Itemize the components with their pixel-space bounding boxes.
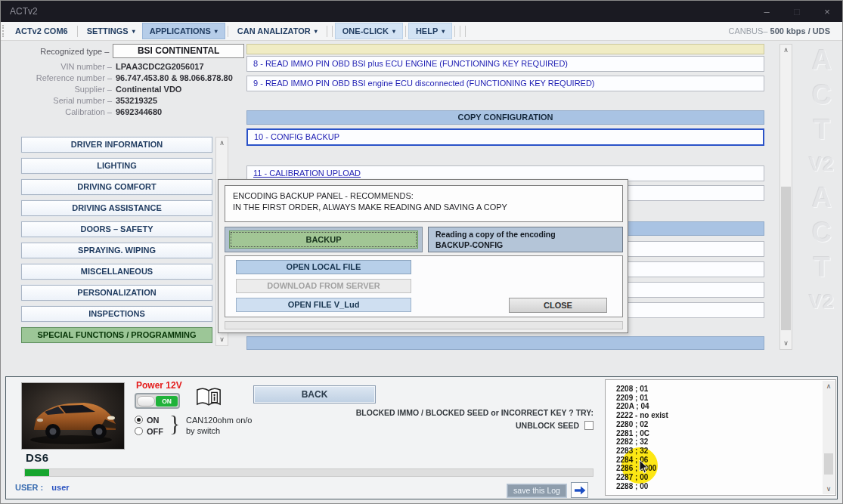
radio-on-row[interactable]: ON xyxy=(135,414,163,425)
scroll-up-icon[interactable]: ∧ xyxy=(780,45,792,56)
window-controls: – □ × xyxy=(752,1,842,22)
unblock-seed-row: UNBLOCK SEED xyxy=(516,421,594,430)
scroll-down-icon[interactable]: ∨ xyxy=(780,338,792,349)
progress-fill xyxy=(25,469,49,476)
right-arrow-icon xyxy=(574,486,586,495)
radio-off-button[interactable] xyxy=(135,427,143,435)
section-header xyxy=(246,336,764,350)
scroll-down-icon[interactable]: ∨ xyxy=(216,334,228,345)
menu-separator xyxy=(332,26,333,37)
reference-row: Reference number – 96.747.453.80 & 98.06… xyxy=(1,73,244,83)
scroll-down-icon[interactable]: ∨ xyxy=(823,484,835,494)
menu-separator xyxy=(77,26,78,37)
close-button[interactable]: × xyxy=(812,1,842,22)
sidebar-item-lighting[interactable]: LIGHTING xyxy=(21,158,212,174)
menu-separator xyxy=(454,26,455,37)
canbus-status: CANBUS– 500 kbps / UDS xyxy=(728,26,842,36)
user-status: USER : user xyxy=(15,483,70,492)
open-file-vlud-button[interactable]: OPEN FILE V_Lud xyxy=(236,298,411,312)
bottom-panel: Power 12V ON ON OFF } xyxy=(5,376,838,499)
menu-item-actv2-com6[interactable]: ACTv2 COM6 xyxy=(8,23,75,39)
menu-bar: ACTv2 COM6 SETTINGS▾ APPLICATIONS▾ CAN A… xyxy=(1,22,842,41)
back-button[interactable]: BACK xyxy=(253,385,376,404)
mouse-cursor xyxy=(639,459,649,477)
log-scrollbar[interactable]: ∧ ∨ xyxy=(823,381,835,494)
list-item-partial[interactable] xyxy=(246,44,764,54)
supplier-row: Supplier – Continental VDO xyxy=(1,84,244,94)
chevron-down-icon: ▾ xyxy=(215,28,218,35)
vehicle-info-panel: Recognized type – BSI CONTINENTAL VIN nu… xyxy=(1,44,244,118)
actv2-watermark: A C T V2 A C T V2 xyxy=(804,43,840,318)
backup-note: Reading a copy of the encoding BACKUP-CO… xyxy=(428,227,623,252)
function-list-scrollbar[interactable]: ∧ ∨ xyxy=(779,44,792,350)
log-line: 2281 ; 0C xyxy=(616,429,835,438)
menu-item-applications[interactable]: APPLICATIONS▾ xyxy=(142,23,225,39)
save-log-button[interactable]: save this Log xyxy=(507,484,567,498)
toggle-on-label: ON xyxy=(156,396,178,407)
log-line: 2208 ; 01 xyxy=(616,385,835,394)
unblock-seed-checkbox[interactable] xyxy=(584,421,594,430)
close-dialog-button[interactable]: CLOSE xyxy=(509,298,607,313)
backup-button[interactable]: BACKUP xyxy=(229,230,418,249)
log-line: 2222 - no exist xyxy=(616,411,835,420)
list-item-10-config-backup[interactable]: 10 - CONFIG BACKUP xyxy=(246,128,764,146)
calibration-row: Calibration – 9692344680 xyxy=(1,107,244,117)
sidebar-item-special-functions[interactable]: SPECIAL FUNCTIONS / PROGRAMMING xyxy=(21,327,212,343)
next-arrow-button[interactable] xyxy=(571,482,588,498)
scroll-up-icon[interactable]: ∧ xyxy=(216,138,228,149)
menu-item-can-analizator[interactable]: CAN ANALIZATOR▾ xyxy=(231,23,324,39)
vin-row: VIN number – LPAA3CDC2G2056017 xyxy=(1,61,244,72)
sidebar-item-driver-information[interactable]: DRIVER INFORMATION xyxy=(21,137,212,153)
diagnostic-log-panel: 2208 ; 01 2209 ; 01 220A ; 04 2222 - no … xyxy=(605,379,836,496)
car-illustration xyxy=(22,383,124,449)
recognized-type-value: BSI CONTINENTAL xyxy=(113,44,244,58)
menu-separator xyxy=(460,26,460,37)
menu-item-help[interactable]: HELP▾ xyxy=(408,23,452,39)
scrollbar-thumb[interactable] xyxy=(824,453,833,475)
can-resistor-radios: ON OFF xyxy=(135,414,163,437)
restore-group: OPEN LOCAL FILE DOWNLOAD FROM SERVER OPE… xyxy=(225,255,623,317)
backup-button-frame: BACKUP xyxy=(225,227,423,252)
open-local-file-button[interactable]: OPEN LOCAL FILE xyxy=(236,260,411,274)
log-line: 2209 ; 01 xyxy=(616,394,835,403)
can-resistor-label: CAN120ohm on/o by switch xyxy=(186,415,252,436)
minimize-button[interactable]: – xyxy=(752,1,782,22)
encoding-backup-dialog: ENCODING BACKUP PANEL - RECOMMENDS: IN T… xyxy=(218,179,628,333)
dialog-message: ENCODING BACKUP PANEL - RECOMMENDS: IN T… xyxy=(225,185,623,222)
menu-separator xyxy=(228,26,228,37)
menu-item-settings[interactable]: SETTINGS▾ xyxy=(80,23,142,39)
radio-off-row[interactable]: OFF xyxy=(135,425,163,437)
session-progress-bar xyxy=(24,468,594,477)
sidebar-item-doors-safety[interactable]: DOORS – SAFETY xyxy=(21,221,212,237)
download-from-server-button[interactable]: DOWNLOAD FROM SERVER xyxy=(236,279,411,293)
sidebar-item-inspections[interactable]: INSPECTIONS xyxy=(21,306,212,322)
power-toggle[interactable]: ON xyxy=(135,393,180,409)
sidebar-item-miscellaneous[interactable]: MISCELLANEOUS xyxy=(21,264,212,280)
radio-on-button[interactable] xyxy=(135,416,143,424)
sidebar-item-driving-assistance[interactable]: DRIVING ASSISTANCE xyxy=(21,200,212,216)
maximize-button[interactable]: □ xyxy=(782,1,812,22)
chevron-down-icon: ▾ xyxy=(442,28,445,35)
recognized-type-row: Recognized type – BSI CONTINENTAL xyxy=(1,44,244,58)
toolbar-grip-icon xyxy=(2,25,5,37)
toggle-knob xyxy=(137,396,155,407)
menu-separator xyxy=(465,26,466,37)
list-item-9-read-immo-pin[interactable]: 9 - READ IMMO PIN OBD BSI engine ECU dis… xyxy=(246,76,764,91)
scroll-up-icon[interactable]: ∧ xyxy=(823,381,835,391)
category-sidebar: DRIVER INFORMATION LIGHTING DRIVING COMF… xyxy=(21,137,212,343)
vehicle-model-label: DS6 xyxy=(26,451,49,464)
blocked-immo-hint: BLOCKED IMMO / BLOCKED SEED or INCORRECT… xyxy=(356,408,594,417)
sidebar-item-spraying-wiping[interactable]: SPRAYING. WIPING xyxy=(21,243,212,258)
log-line: 2282 ; 32 xyxy=(616,438,835,447)
chevron-down-icon: ▾ xyxy=(315,28,318,35)
menu-item-one-click[interactable]: ONE-CLICK▾ xyxy=(335,23,403,39)
serial-row: Serial number – 353219325 xyxy=(1,95,244,106)
scrollbar-thumb[interactable] xyxy=(781,187,791,330)
sidebar-item-personalization[interactable]: PERSONALIZATION xyxy=(21,285,212,301)
manual-book-icon[interactable] xyxy=(195,386,222,411)
title-bar: ACTv2 – □ × xyxy=(1,1,842,22)
list-item-8-read-immo-pin[interactable]: 8 - READ IMMO PIN OBD BSI plus ECU ENGIN… xyxy=(246,56,764,72)
sidebar-item-driving-comfort[interactable]: DRIVING COMFORT xyxy=(21,179,212,195)
chevron-down-icon: ▾ xyxy=(392,28,395,35)
chevron-down-icon: ▾ xyxy=(132,28,135,35)
